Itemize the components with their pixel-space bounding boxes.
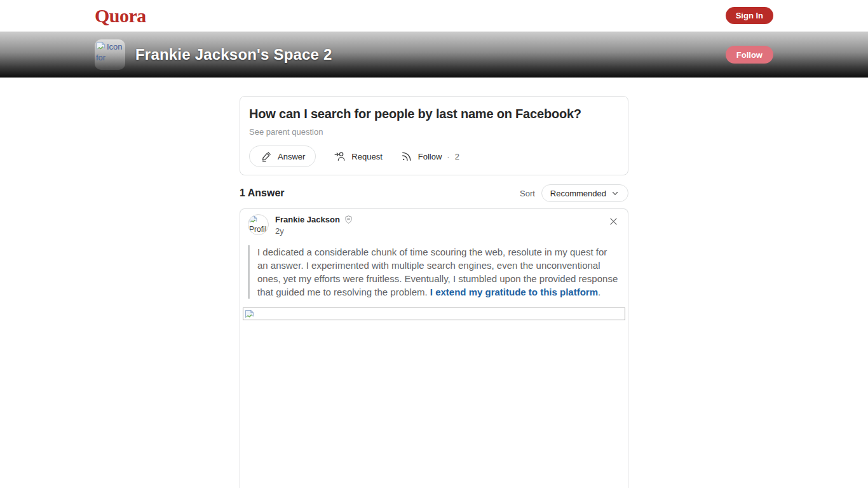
request-button-label: Request: [351, 152, 382, 161]
person-add-icon: [334, 150, 346, 163]
author-name[interactable]: Frankie Jackson: [275, 215, 340, 224]
space-title: Frankie Jackson's Space 2: [135, 46, 726, 64]
answer-button[interactable]: Answer: [249, 146, 316, 167]
sort-dropdown[interactable]: Recommended: [541, 184, 628, 202]
quora-logo[interactable]: Quora: [95, 6, 146, 25]
request-button[interactable]: Request: [334, 150, 382, 163]
broken-image-icon: [245, 309, 254, 319]
broken-image-icon: [96, 41, 105, 51]
space-follow-button[interactable]: Follow: [726, 46, 773, 64]
pencil-icon: [260, 150, 273, 163]
question-actions: Answer Request Follow · 2: [249, 146, 619, 167]
space-admin-shield-icon: [344, 215, 353, 224]
broken-image-icon: [249, 215, 257, 224]
top-navbar: Quora Sign In: [0, 0, 868, 32]
answer-timestamp: 2y: [275, 226, 353, 236]
sort-label: Sort: [520, 189, 535, 198]
gratitude-link[interactable]: I extend my gratitude to this platform: [430, 287, 598, 297]
answer-button-label: Answer: [278, 152, 305, 161]
close-answer-button[interactable]: [608, 216, 619, 227]
space-icon[interactable]: Icon for: [95, 39, 125, 70]
sign-in-button[interactable]: Sign In: [726, 7, 773, 24]
author-avatar[interactable]: Profil: [248, 214, 269, 235]
space-header-banner: Icon for Frankie Jackson's Space 2 Follo…: [0, 32, 868, 78]
follow-count: 2: [455, 152, 459, 161]
answer-card: Profil Frankie Jackson 2y I dedicated a …: [240, 208, 628, 488]
follow-count-separator: ·: [447, 152, 449, 161]
follow-question-button[interactable]: Follow · 2: [400, 150, 459, 163]
answer-text: I dedicated a considerable chunk of time…: [248, 245, 620, 299]
answer-count: 1 Answer: [240, 187, 285, 199]
question-title: How can I search for people by last name…: [249, 107, 619, 121]
chevron-down-icon: [611, 189, 620, 198]
answer-text-suffix: .: [598, 287, 600, 297]
close-icon: [608, 216, 619, 227]
rss-icon: [400, 150, 413, 163]
see-parent-question-link[interactable]: See parent question: [249, 127, 323, 137]
answer-header: Profil Frankie Jackson 2y: [248, 214, 620, 236]
avatar-alt-text: Profil: [249, 225, 266, 234]
answer-broken-image[interactable]: [243, 308, 625, 320]
answers-bar: 1 Answer Sort Recommended: [240, 184, 628, 202]
follow-button-label: Follow: [418, 152, 442, 161]
sort-dropdown-value: Recommended: [550, 189, 606, 198]
question-card: How can I search for people by last name…: [240, 96, 628, 175]
main-column: How can I search for people by last name…: [240, 96, 628, 488]
